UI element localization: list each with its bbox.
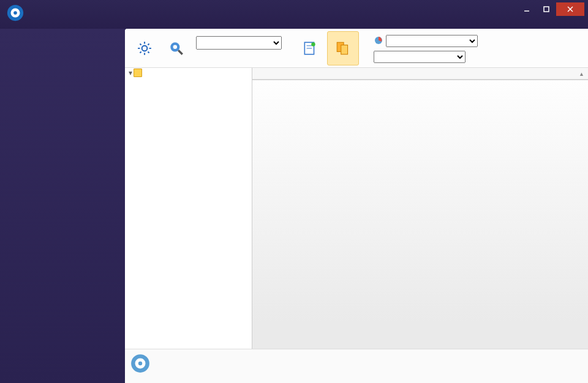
options-button[interactable] [129, 31, 160, 65]
titlebar [0, 0, 588, 29]
minus-icon: ▾ [129, 69, 132, 77]
svg-point-14 [311, 42, 315, 46]
toolbar [125, 29, 588, 68]
statusbar [125, 349, 588, 383]
license-label [0, 371, 125, 383]
sidebar [0, 29, 125, 383]
svg-line-10 [178, 50, 183, 54]
minimize-button[interactable] [517, 2, 537, 16]
folder-tree[interactable]: ▾ [125, 68, 252, 349]
folder-icon [134, 69, 142, 77]
app-logo-icon [6, 4, 24, 22]
drive-selector[interactable] [196, 36, 282, 50]
col-size[interactable] [490, 68, 539, 79]
col-files[interactable] [447, 68, 490, 79]
maximize-button[interactable] [537, 2, 556, 16]
gear-icon [136, 40, 153, 57]
list-header[interactable]: ▲ [252, 68, 588, 80]
svg-point-7 [142, 46, 148, 51]
col-name[interactable] [252, 68, 404, 79]
svg-rect-16 [341, 45, 348, 54]
titlebar-menu [517, 0, 588, 16]
chart-legend [496, 80, 588, 349]
analyze-button[interactable] [160, 31, 192, 65]
content-pane: ▾ ▲ [125, 29, 588, 383]
svg-point-20 [138, 362, 142, 365]
files-tab[interactable] [294, 31, 326, 65]
pie-mini-icon [374, 35, 383, 47]
col-folders[interactable] [404, 68, 447, 79]
svg-point-9 [173, 45, 178, 50]
folder-list: ▲ [252, 68, 588, 80]
close-button[interactable] [556, 2, 584, 16]
sort-asc-icon: ▲ [579, 71, 584, 77]
drive-select-input[interactable] [196, 36, 282, 50]
files-icon [301, 40, 318, 57]
show-filter-select[interactable] [374, 51, 466, 63]
structure-tab[interactable] [327, 31, 359, 65]
info-disk-icon [130, 353, 151, 374]
tree-root[interactable]: ▾ [125, 68, 252, 78]
chart-type-select[interactable] [386, 35, 478, 47]
chart-area [252, 80, 588, 349]
magnifier-disk-icon [168, 40, 185, 57]
pie-chart[interactable] [264, 141, 484, 288]
structure-icon [334, 40, 352, 57]
svg-rect-4 [544, 7, 549, 12]
col-size-pct[interactable]: ▲ [539, 68, 588, 79]
svg-point-2 [13, 11, 17, 15]
